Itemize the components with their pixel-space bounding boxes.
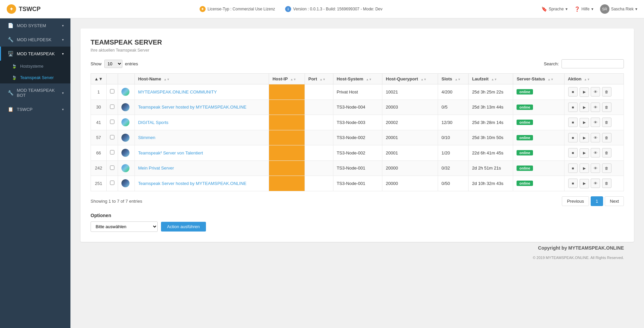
col-hostqueryport[interactable]: Host-Queryport ▲▼ [382, 74, 438, 84]
status-badge: online [517, 120, 533, 125]
action-stop-button[interactable]: ■ [568, 133, 578, 142]
row-hostname-cell: Stimmen [135, 130, 269, 145]
action-start-button[interactable]: ▶ [580, 163, 589, 173]
row-checkbox[interactable] [110, 105, 114, 109]
sidebar-item-hostsysteme[interactable]: 🍃 Hostsysteme [0, 61, 70, 72]
row-queryport-cell: 20000 [382, 160, 438, 176]
action-stop-button[interactable]: ■ [568, 163, 578, 173]
entries-select[interactable]: 10 25 50 100 [104, 60, 122, 68]
action-delete-button[interactable]: 🗑 [602, 148, 611, 157]
row-action-cell: ■ ▶ 👁 🗑 [565, 160, 624, 176]
row-hostname-link[interactable]: Teamspeak Server hosted by MYTEAMSPEAK.O… [138, 105, 247, 110]
sort-up-icon: ▲▼ [94, 76, 103, 81]
action-start-button[interactable]: ▶ [580, 87, 589, 97]
col-hostsystem[interactable]: Host-System ▲▼ [333, 74, 382, 84]
row-queryport-cell: 10021 [382, 84, 438, 100]
search-input[interactable] [561, 59, 624, 68]
col-serverstatus[interactable]: Server-Status ▲▼ [513, 74, 565, 84]
action-view-button[interactable]: 👁 [591, 148, 600, 157]
globe-icon [121, 164, 129, 172]
hilfe-menu[interactable]: ❓ Hilfe ▾ [574, 6, 593, 12]
col-avatar [118, 74, 135, 84]
mod-helpdesk-icon: 🔧 [8, 37, 13, 42]
row-hostip-cell [269, 84, 305, 100]
mod-teamspeak-bot-chevron-icon: ▾ [62, 91, 64, 95]
row-laufzeit-cell: 2d 2h 51m 21s [469, 160, 513, 176]
col-checkbox [106, 74, 118, 84]
row-number: 251 [91, 176, 107, 191]
next-button[interactable]: Next [605, 196, 624, 206]
row-checkbox[interactable] [110, 166, 114, 170]
action-delete-button[interactable]: 🗑 [602, 179, 611, 188]
sidebar-item-mod-helpdesk[interactable]: 🔧 MOD HELPDESK ▾ [0, 32, 70, 47]
action-start-button[interactable]: ▶ [580, 133, 589, 142]
sidebar-item-mod-teamspeak-bot[interactable]: 🔧 MOD TEAMSPEAK BOT ▾ [0, 83, 70, 102]
options-section: Optionen Bitte auswählen Action ausführe… [91, 213, 624, 232]
action-delete-button[interactable]: 🗑 [602, 103, 611, 112]
mod-system-chevron-icon: ▾ [62, 24, 64, 27]
col-slots[interactable]: Slots ▲▼ [438, 74, 469, 84]
action-start-button[interactable]: ▶ [580, 148, 589, 158]
action-stop-button[interactable]: ■ [568, 118, 578, 127]
row-globe-cell [118, 100, 135, 115]
col-hostip[interactable]: Host-IP ▲▼ [269, 74, 305, 84]
row-queryport-cell: 20002 [382, 115, 438, 130]
row-hostname-link[interactable]: Mein Privat Server [138, 166, 174, 171]
options-title: Optionen [91, 213, 624, 218]
action-start-button[interactable]: ▶ [580, 103, 589, 112]
row-hostname-link[interactable]: Stimmen [138, 135, 155, 140]
action-execute-button[interactable]: Action ausführen [161, 222, 206, 232]
action-stop-button[interactable]: ■ [568, 87, 578, 96]
sidebar-item-mod-system[interactable]: 📄 MOD SYSTEM ▾ [0, 18, 70, 32]
row-hostname-link[interactable]: MYTEAMSPEAK.ONLINE COMMUNITY [138, 89, 217, 94]
slots-sort-icon: ▲▼ [455, 78, 461, 81]
action-view-button[interactable]: 👁 [591, 103, 600, 112]
action-start-button[interactable]: ▶ [580, 118, 589, 127]
page-1-button[interactable]: 1 [591, 196, 603, 206]
col-hostname[interactable]: Host-Name ▲▼ [135, 74, 269, 84]
sidebar-item-tswcp[interactable]: 📋 TSWCP ▾ [0, 102, 70, 116]
hilfe-label: Hilfe [582, 7, 590, 11]
row-hostname-link[interactable]: Teamspeak Server hosted by MYTEAMSPEAK.O… [138, 181, 247, 186]
row-checkbox[interactable] [110, 181, 114, 185]
sidebar-sub-teamspeak: 🍃 Hostsysteme 🍃 Teamspeak Server [0, 61, 70, 83]
action-start-button[interactable]: ▶ [580, 179, 589, 188]
action-stop-button[interactable]: ■ [568, 179, 578, 188]
row-hostname-cell: DIGITAL Sports [135, 115, 269, 130]
action-delete-button[interactable]: 🗑 [602, 87, 611, 96]
sprache-menu[interactable]: 🔖 Sprache ▾ [541, 6, 568, 12]
user-menu[interactable]: SR Sascha Riek ▾ [600, 4, 637, 14]
action-view-button[interactable]: 👁 [591, 118, 600, 127]
row-checkbox[interactable] [110, 89, 114, 93]
user-label: Sascha Riek [611, 7, 634, 11]
previous-button[interactable]: Previous [562, 196, 589, 206]
row-status-cell: online [513, 145, 565, 161]
row-checkbox[interactable] [110, 150, 114, 154]
col-laufzeit[interactable]: Laufzeit ▲▼ [469, 74, 513, 84]
action-delete-button[interactable]: 🗑 [602, 133, 611, 142]
action-view-button[interactable]: 👁 [591, 87, 600, 96]
options-select[interactable]: Bitte auswählen [91, 221, 158, 232]
row-laufzeit-cell: 25d 3h 28m 14s [469, 115, 513, 130]
sidebar-item-mod-teamspeak[interactable]: 🖥️ MOD TEAMSPEAK ▾ [0, 47, 70, 61]
globe-icon [121, 88, 129, 96]
action-delete-button[interactable]: 🗑 [602, 118, 611, 127]
col-sort-up[interactable]: ▲▼ [91, 74, 107, 84]
row-port-cell [305, 130, 333, 145]
action-view-button[interactable]: 👁 [591, 133, 600, 142]
action-stop-button[interactable]: ■ [568, 148, 578, 157]
col-port[interactable]: Port ▲▼ [305, 74, 333, 84]
action-view-button[interactable]: 👁 [591, 163, 600, 173]
status-badge: online [517, 166, 533, 171]
row-hostname-link[interactable]: DIGITAL Sports [138, 120, 168, 125]
user-chevron-icon: ▾ [635, 7, 637, 11]
row-checkbox[interactable] [110, 135, 114, 139]
row-slots-cell: 0/50 [438, 176, 469, 191]
sidebar-item-teamspeak-server[interactable]: 🍃 Teamspeak Server [0, 72, 70, 83]
action-stop-button[interactable]: ■ [568, 103, 578, 112]
row-checkbox[interactable] [110, 120, 114, 124]
action-view-button[interactable]: 👁 [591, 179, 600, 188]
content-card: TEAMSPEAK SERVER Ihre aktuellen Teamspea… [80, 28, 634, 242]
row-hostname-link[interactable]: Teamspeak² Server von Talentiert [138, 150, 203, 155]
action-delete-button[interactable]: 🗑 [602, 163, 611, 173]
